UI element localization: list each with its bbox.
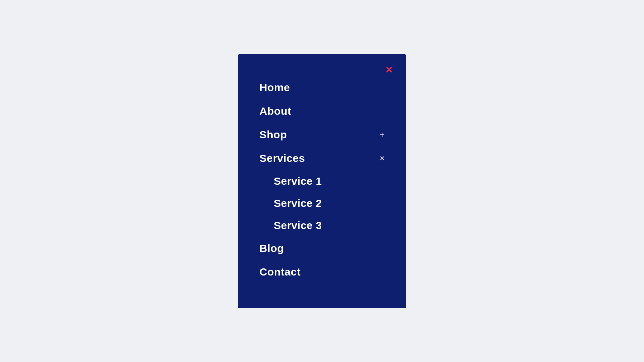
services-expand-icon: × — [380, 154, 385, 163]
nav-item-services-label: Services — [259, 152, 305, 164]
nav-item-service3[interactable]: Service 3 — [259, 214, 385, 237]
nav-item-service2-label: Service 2 — [274, 197, 322, 209]
nav-item-about-label: About — [259, 105, 291, 117]
menu-overlay: ✕ Home About Shop + Services × Service 1… — [238, 54, 406, 308]
nav-item-services[interactable]: Services × — [259, 147, 385, 170]
nav-item-service1-label: Service 1 — [274, 175, 322, 187]
nav-item-home[interactable]: Home — [259, 76, 385, 99]
nav-item-service3-label: Service 3 — [274, 219, 322, 232]
nav-item-blog-label: Blog — [259, 242, 284, 254]
nav-item-home-label: Home — [259, 81, 290, 94]
close-icon: ✕ — [385, 65, 393, 75]
nav-item-service2[interactable]: Service 2 — [259, 192, 385, 214]
nav-item-shop-label: Shop — [259, 129, 287, 141]
nav-item-contact-label: Contact — [259, 266, 301, 278]
shop-expand-icon: + — [380, 130, 385, 139]
nav-item-contact[interactable]: Contact — [259, 260, 385, 284]
nav-item-about[interactable]: About — [259, 99, 385, 123]
nav-item-blog[interactable]: Blog — [259, 237, 385, 260]
menu-items: Home About Shop + Services × Service 1 S… — [238, 76, 406, 284]
nav-item-service1[interactable]: Service 1 — [259, 170, 385, 192]
close-button[interactable]: ✕ — [383, 64, 395, 76]
nav-item-shop[interactable]: Shop + — [259, 123, 385, 147]
